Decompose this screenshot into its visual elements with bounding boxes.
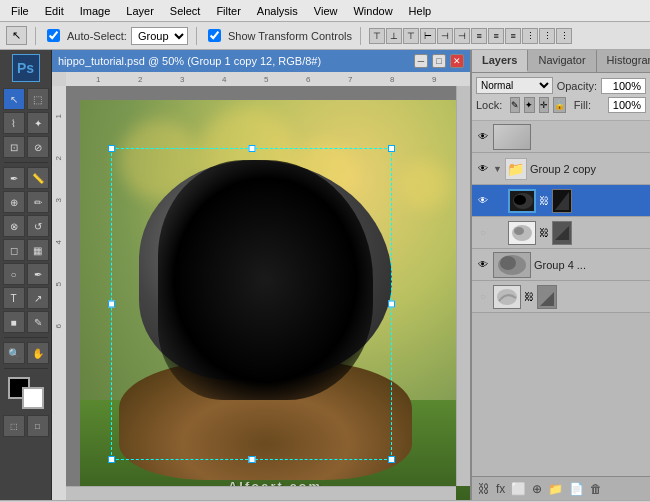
gradient-tool[interactable]: ▦: [27, 239, 49, 261]
blend-opacity-row: Normal Multiply Screen Opacity: 100%: [476, 77, 646, 94]
tool-row-2: ⌇ ✦: [2, 112, 49, 134]
eye-icon-3[interactable]: ○: [476, 226, 490, 240]
magic-wand-tool[interactable]: ✦: [27, 112, 49, 134]
history-brush[interactable]: ↺: [27, 215, 49, 237]
layer-item-2[interactable]: 👁 ⛓: [472, 185, 650, 217]
screen-mode[interactable]: □: [27, 415, 49, 437]
menu-file[interactable]: File: [4, 3, 36, 19]
move-tool-btn[interactable]: ↖: [6, 26, 27, 45]
background-color[interactable]: [22, 387, 44, 409]
menu-filter[interactable]: Filter: [209, 3, 247, 19]
distrib-top-icon[interactable]: ≡: [471, 28, 487, 44]
eye-icon-5[interactable]: ○: [476, 290, 490, 304]
thumb-svg-3: [509, 222, 535, 244]
align-hcenter-icon[interactable]: ⊣: [437, 28, 453, 44]
eye-icon-2[interactable]: 👁: [476, 194, 490, 208]
opacity-value[interactable]: 100%: [601, 78, 646, 94]
select-tool[interactable]: ⬚: [27, 88, 49, 110]
hand-tool[interactable]: ✋: [27, 342, 49, 364]
distrib-bottom-icon[interactable]: ≡: [505, 28, 521, 44]
zoom-tool[interactable]: 🔍: [3, 342, 25, 364]
ruler-tool[interactable]: 📏: [27, 167, 49, 189]
crop-tool[interactable]: ⊡: [3, 136, 25, 158]
link-layers-icon[interactable]: ⛓: [478, 482, 490, 496]
align-right-icon[interactable]: ⊣: [454, 28, 470, 44]
scrollbar-v[interactable]: [456, 86, 470, 486]
new-group-icon[interactable]: 📁: [548, 482, 563, 496]
add-mask-icon[interactable]: ⬜: [511, 482, 526, 496]
tool-row-1: ↖ ⬚: [2, 88, 49, 110]
menu-layer[interactable]: Layer: [119, 3, 161, 19]
slice-tool[interactable]: ⊘: [27, 136, 49, 158]
lock-position-icon[interactable]: ✦: [524, 97, 534, 113]
scrollbar-h[interactable]: [66, 486, 456, 500]
brush-tool[interactable]: ✏: [27, 191, 49, 213]
transform-checkbox[interactable]: [208, 29, 221, 42]
shape-tool[interactable]: ■: [3, 311, 25, 333]
distrib-right-icon[interactable]: ⋮: [556, 28, 572, 44]
path-select[interactable]: ↗: [27, 287, 49, 309]
autoselect-label: Auto-Select:: [67, 30, 127, 42]
svg-point-12: [500, 256, 516, 270]
layer-item-3[interactable]: ○ ⛓: [472, 217, 650, 249]
eraser-tool[interactable]: ◻: [3, 239, 25, 261]
heal-tool[interactable]: ⊕: [3, 191, 25, 213]
layer-item-5[interactable]: ○ ⛓: [472, 281, 650, 313]
lock-lock-icon[interactable]: 🔒: [553, 97, 566, 113]
quick-mask[interactable]: ⬚: [3, 415, 25, 437]
fg-bg-colors[interactable]: [8, 377, 44, 409]
canvas-wrapper[interactable]: Alfoart.com 设计论坛 www.missyuan.com: [66, 86, 470, 500]
notes-tool[interactable]: ✎: [27, 311, 49, 333]
dodge-tool[interactable]: ○: [3, 263, 25, 285]
autoselect-select[interactable]: Group Layer: [131, 27, 188, 45]
align-vcenter-icon[interactable]: ⊥: [386, 28, 402, 44]
menu-image[interactable]: Image: [73, 3, 118, 19]
eye-icon-group2copy[interactable]: 👁: [476, 162, 490, 176]
eye-icon-0[interactable]: 👁: [476, 130, 490, 144]
tool-row-6: ⊗ ↺: [2, 215, 49, 237]
text-tool[interactable]: T: [3, 287, 25, 309]
tab-navigator[interactable]: Navigator: [528, 50, 596, 72]
tab-layers[interactable]: Layers: [472, 50, 528, 72]
align-left-icon[interactable]: ⊢: [420, 28, 436, 44]
menu-window[interactable]: Window: [346, 3, 399, 19]
menu-select[interactable]: Select: [163, 3, 208, 19]
maximize-btn[interactable]: □: [432, 54, 446, 68]
add-adjustment-icon[interactable]: ⊕: [532, 482, 542, 496]
fill-value[interactable]: 100%: [608, 97, 646, 113]
add-style-icon[interactable]: fx: [496, 482, 505, 496]
minimize-btn[interactable]: ─: [414, 54, 428, 68]
new-layer-icon[interactable]: 📄: [569, 482, 584, 496]
menu-edit[interactable]: Edit: [38, 3, 71, 19]
close-btn[interactable]: ✕: [450, 54, 464, 68]
eye-icon-group4[interactable]: 👁: [476, 258, 490, 272]
align-bottom-icon[interactable]: ⊤: [403, 28, 419, 44]
distrib-hcenter-icon[interactable]: ⋮: [539, 28, 555, 44]
mask-svg-3: [553, 222, 571, 244]
layer-name-group2copy: Group 2 copy: [530, 163, 646, 175]
lock-pixels-icon[interactable]: ✎: [510, 97, 520, 113]
tab-histogram[interactable]: Histogram: [597, 50, 650, 72]
move-tool[interactable]: ↖: [3, 88, 25, 110]
lasso-tool[interactable]: ⌇: [3, 112, 25, 134]
layer-item-group4[interactable]: 👁 Group 4 ...: [472, 249, 650, 281]
menu-help[interactable]: Help: [402, 3, 439, 19]
blend-mode-select[interactable]: Normal Multiply Screen: [476, 77, 553, 94]
menu-analysis[interactable]: Analysis: [250, 3, 305, 19]
lock-all-icon[interactable]: ✛: [539, 97, 549, 113]
align-top-icon[interactable]: ⊤: [369, 28, 385, 44]
autoselect-checkbox[interactable]: [47, 29, 60, 42]
ps-logo: Ps: [12, 54, 40, 82]
distrib-left-icon[interactable]: ⋮: [522, 28, 538, 44]
expand-arrow-group2copy[interactable]: ▼: [493, 164, 502, 174]
clone-tool[interactable]: ⊗: [3, 215, 25, 237]
tool-row-8: ○ ✒: [2, 263, 49, 285]
tool-row-7: ◻ ▦: [2, 239, 49, 261]
delete-layer-icon[interactable]: 🗑: [590, 482, 602, 496]
layer-item-group2copy[interactable]: 👁 ▼ 📁 Group 2 copy: [472, 153, 650, 185]
pen-tool[interactable]: ✒: [27, 263, 49, 285]
eyedropper-tool[interactable]: ✒: [3, 167, 25, 189]
menu-view[interactable]: View: [307, 3, 345, 19]
distrib-vcenter-icon[interactable]: ≡: [488, 28, 504, 44]
layer-item-0[interactable]: 👁: [472, 121, 650, 153]
